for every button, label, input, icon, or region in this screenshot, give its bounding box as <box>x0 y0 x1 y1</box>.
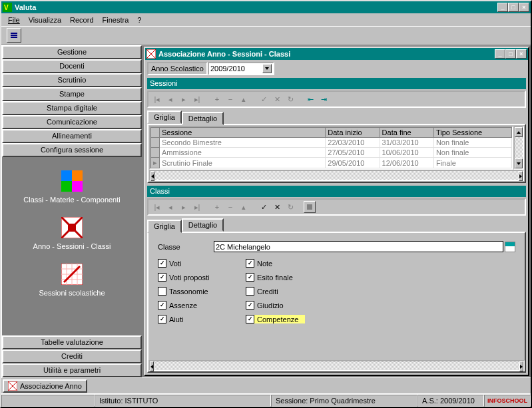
classi-nav-prev[interactable]: ◂ <box>164 201 177 213</box>
minimize-button[interactable]: _ <box>497 3 508 12</box>
classi-nav-last[interactable]: ▸| <box>190 201 204 213</box>
sessioni-vscrollbar[interactable] <box>513 126 524 170</box>
checkbox-icon[interactable] <box>158 259 166 268</box>
checkbox-icon[interactable] <box>158 273 166 282</box>
refresh-button[interactable]: ↻ <box>284 93 297 105</box>
panel-label-cmc[interactable]: Classi - Materie - Componenti <box>23 196 121 213</box>
checkbox-label: Voti <box>169 260 181 268</box>
classi-tab-griglia[interactable]: Griglia <box>147 220 182 233</box>
confirm-button[interactable]: ✓ <box>257 93 270 105</box>
cb-left-voti-proposti[interactable]: Voti proposti <box>158 273 246 282</box>
task-tab-associazione-anno[interactable]: Associazione Anno <box>3 379 87 393</box>
nav-first-button[interactable]: |◂ <box>150 93 164 105</box>
checkbox-icon[interactable] <box>158 287 166 296</box>
classi-cancel[interactable]: ✕ <box>270 201 284 213</box>
indent-right-button[interactable]: ⇥ <box>317 93 330 105</box>
checkbox-icon[interactable] <box>246 301 254 309</box>
classi-remove[interactable]: − <box>224 201 237 213</box>
checkbox-icon[interactable] <box>246 259 254 268</box>
classi-materie-icon[interactable] <box>61 170 83 192</box>
indent-left-button[interactable]: ⇤ <box>304 93 317 105</box>
checkbox-icon[interactable] <box>246 315 254 323</box>
cb-right-giudizio[interactable]: Giudizio <box>246 301 305 309</box>
nav-prev-button[interactable]: ◂ <box>164 93 177 105</box>
sidebar-item-allineamenti[interactable]: Allineamenti <box>2 129 142 143</box>
classi-add[interactable]: + <box>210 201 224 213</box>
cb-right-crediti[interactable]: Crediti <box>246 287 305 296</box>
cb-left-assenze[interactable]: Assenze <box>158 301 246 309</box>
close-button[interactable]: × <box>519 3 529 12</box>
cb-right-esito-finale[interactable]: Esito finale <box>246 273 305 282</box>
titlebar[interactable]: V Valuta _ □ × <box>1 1 531 13</box>
table-row[interactable]: Ammissione 27/05/2010 10/06/2010 Non fin… <box>151 148 512 158</box>
svg-rect-4 <box>61 181 72 192</box>
sessioni-header: Sessioni <box>147 78 526 89</box>
cb-left-tassonomie[interactable]: Tassonomie <box>158 287 246 296</box>
classi-color-button[interactable] <box>304 201 316 213</box>
sidebar-item-gestione[interactable]: Gestione <box>2 45 142 59</box>
checkbox-icon[interactable] <box>246 273 254 282</box>
classi-hscrollbar[interactable] <box>148 360 525 371</box>
classi-refresh[interactable]: ↻ <box>284 201 297 213</box>
col-data-fine[interactable]: Data fine <box>380 128 433 138</box>
classi-tab-dettaglio[interactable]: Dettaglio <box>182 218 224 232</box>
sidebar-item-crediti[interactable]: Crediti <box>2 349 142 363</box>
child-close-button[interactable]: × <box>516 49 527 59</box>
classi-edit[interactable]: ▴ <box>237 201 250 213</box>
col-tipo-sessione[interactable]: Tipo Sessione <box>433 128 511 138</box>
panel-label-asc[interactable]: Anno - Sessioni - Classi <box>33 242 111 260</box>
sessioni-hscrollbar[interactable] <box>149 170 524 181</box>
maximize-button[interactable]: □ <box>508 3 519 12</box>
checkbox-label: Tassonomie <box>169 288 208 296</box>
sidebar-item-configura-sessione[interactable]: Configura sessione <box>2 143 142 157</box>
child-minimize-button[interactable]: _ <box>495 49 505 59</box>
sessioni-tab-griglia[interactable]: Griglia <box>147 110 182 124</box>
cb-right-note[interactable]: Note <box>246 259 305 268</box>
year-select[interactable]: 2009/2010 <box>208 62 274 75</box>
panel-label-ss[interactable]: Sessioni scolastiche <box>39 289 105 306</box>
col-sessione[interactable]: Sessione <box>160 128 326 138</box>
classi-confirm[interactable]: ✓ <box>257 201 270 213</box>
cb-right-competenze[interactable]: Competenze <box>246 315 305 323</box>
menu-record[interactable]: Record <box>66 15 97 25</box>
nav-last-button[interactable]: ▸| <box>190 93 204 105</box>
sidebar-item-stampa-digitale[interactable]: Stampa digitale <box>2 101 142 115</box>
sidebar-item-utilita[interactable]: Utilità e parametri <box>2 363 142 377</box>
cancel-button[interactable]: ✕ <box>270 93 284 105</box>
anno-sessioni-icon[interactable] <box>61 217 83 238</box>
classi-nav-first[interactable]: |◂ <box>150 201 164 213</box>
add-button[interactable]: + <box>210 93 224 105</box>
menu-visualizza[interactable]: Visualizza <box>25 15 65 25</box>
col-data-inizio[interactable]: Data inizio <box>326 128 380 138</box>
sidebar-item-scrutinio[interactable]: Scrutinio <box>2 73 142 87</box>
table-row[interactable]: Secondo Bimestre 22/03/2010 31/03/2010 N… <box>151 138 512 148</box>
nav-next-button[interactable]: ▸ <box>177 93 190 105</box>
sidebar-item-docenti[interactable]: Docenti <box>2 59 142 73</box>
sessioni-scolastiche-icon[interactable] <box>61 264 83 285</box>
menu-file[interactable]: File <box>4 15 24 25</box>
checkbox-icon[interactable] <box>158 315 166 323</box>
child-titlebar[interactable]: Associazione Anno - Sessioni - Classi _ … <box>145 48 528 60</box>
checkbox-icon[interactable] <box>158 301 166 309</box>
sidebar-item-tabelle-valutazione[interactable]: Tabelle valutazione <box>2 335 142 349</box>
chevron-down-icon[interactable] <box>262 64 272 73</box>
edit-button[interactable]: ▴ <box>237 93 250 105</box>
sidebar-item-comunicazione[interactable]: Comunicazione <box>2 115 142 129</box>
menu-help[interactable]: ? <box>133 15 145 25</box>
calendar-icon[interactable] <box>505 242 515 252</box>
table-row[interactable]: ▸ Scrutinio Finale 29/05/2010 12/06/2010… <box>151 158 512 168</box>
child-maximize-button[interactable]: □ <box>505 49 516 59</box>
cb-left-voti[interactable]: Voti <box>158 259 246 268</box>
list-view-button[interactable] <box>7 28 21 43</box>
svg-rect-7 <box>68 224 76 232</box>
sessioni-tab-dettaglio[interactable]: Dettaglio <box>182 112 224 125</box>
child-window: Associazione Anno - Sessioni - Classi _ … <box>144 47 529 376</box>
classi-nav-next[interactable]: ▸ <box>177 201 190 213</box>
checkbox-icon[interactable] <box>246 287 254 296</box>
sessioni-grid[interactable]: Sessione Data inizio Data fine Tipo Sess… <box>149 126 513 170</box>
cb-left-aiuti[interactable]: Aiuti <box>158 315 246 323</box>
remove-button[interactable]: − <box>224 93 237 105</box>
sidebar-item-stampe[interactable]: Stampe <box>2 87 142 101</box>
classe-input[interactable]: 2C Michelangelo <box>214 241 503 252</box>
menu-finestra[interactable]: Finestra <box>99 15 133 25</box>
